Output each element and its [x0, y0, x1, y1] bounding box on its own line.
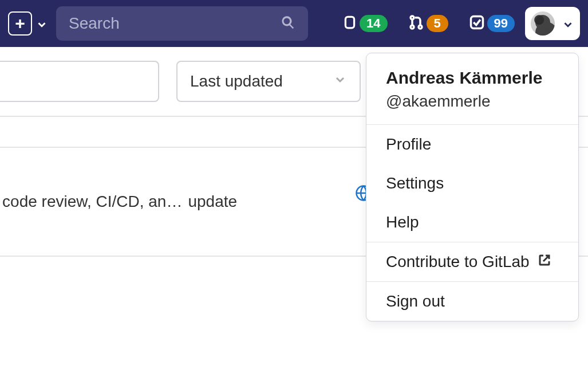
updated-prefix: update: [188, 193, 237, 211]
merge-requests-badge: 5: [427, 15, 448, 32]
chevron-down-icon: [35, 18, 46, 29]
menu-item-label: Contribute to GitLab: [386, 253, 530, 271]
menu-item-contribute[interactable]: Contribute to GitLab: [366, 242, 578, 281]
menu-item-profile[interactable]: Profile: [366, 125, 578, 164]
user-menu: Andreas Kämmerle @akaemmerle Profile Set…: [366, 53, 579, 321]
new-button[interactable]: +: [8, 11, 32, 36]
project-description: ol, issue tracking, code review, CI/CD, …: [0, 193, 182, 211]
menu-item-help[interactable]: Help: [366, 203, 578, 242]
user-full-name: Andreas Kämmerle: [386, 68, 559, 88]
user-menu-header: Andreas Kämmerle @akaemmerle: [366, 53, 578, 125]
search-icon: [281, 15, 295, 32]
issues-badge: 14: [360, 15, 387, 32]
menu-item-signout[interactable]: Sign out: [366, 282, 578, 321]
plus-icon: +: [15, 15, 25, 32]
chevron-down-icon: [333, 72, 347, 91]
svg-point-3: [419, 25, 422, 29]
global-search[interactable]: [56, 6, 308, 41]
merge-request-icon: [408, 14, 424, 33]
todos-counter[interactable]: 99: [469, 14, 515, 33]
svg-point-2: [411, 25, 414, 29]
sort-label: Last updated: [190, 72, 283, 91]
sort-select[interactable]: Last updated: [176, 61, 361, 102]
user-handle: @akaemmerle: [386, 92, 559, 111]
svg-rect-0: [345, 17, 354, 28]
top-navbar: + 14 5: [0, 0, 588, 47]
todos-icon: [469, 14, 485, 33]
issues-icon: [342, 14, 357, 33]
issues-counter[interactable]: 14: [342, 14, 387, 33]
merge-requests-counter[interactable]: 5: [408, 14, 448, 33]
search-input[interactable]: [69, 14, 281, 33]
svg-rect-4: [471, 17, 483, 29]
svg-point-1: [411, 16, 414, 19]
external-link-icon: [538, 253, 551, 271]
todos-badge: 99: [487, 15, 515, 32]
nav-counters: 14 5 99: [342, 14, 515, 33]
filter-input[interactable]: .: [0, 61, 159, 102]
chevron-down-icon: [562, 18, 572, 29]
menu-item-settings[interactable]: Settings: [366, 164, 578, 203]
avatar: [531, 11, 555, 36]
user-menu-toggle[interactable]: [525, 7, 580, 40]
new-dropdown[interactable]: +: [8, 11, 46, 36]
